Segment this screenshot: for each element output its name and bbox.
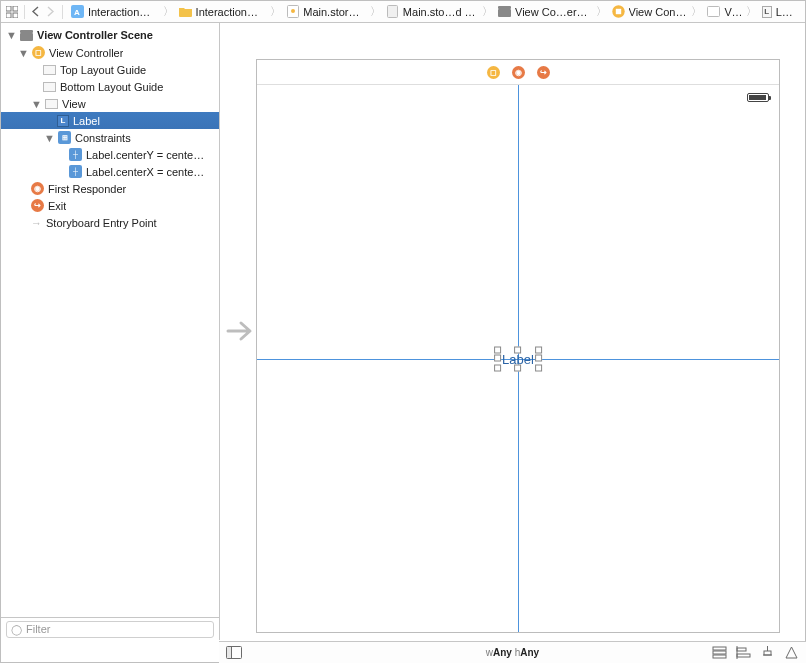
outline-item-label: View [62,98,86,110]
outline-item-label: First Responder [48,183,126,195]
svg-rect-2 [6,13,11,18]
battery-icon [747,93,769,102]
view-icon [45,99,58,109]
view-body[interactable]: Label [257,85,779,632]
svg-rect-17 [227,647,232,659]
outline-exit[interactable]: ↪ Exit [1,197,219,214]
disclosure-triangle-icon[interactable]: ▼ [32,99,41,108]
disclosure-triangle-icon[interactable]: ▼ [19,48,28,57]
outline-entry-point[interactable]: → Storyboard Entry Point [1,214,219,231]
divider [62,5,63,19]
viewcontroller-dock-icon[interactable]: ◻ [487,66,500,79]
resize-handle[interactable] [535,355,542,362]
forward-button[interactable] [43,3,58,21]
scene-dock[interactable]: ◻ ◉ ↪ [257,60,779,85]
chevron-icon: 〉 [595,4,608,19]
outline-item-label: Exit [48,200,66,212]
resize-handle[interactable] [514,346,521,353]
layout-guide-icon [43,82,56,92]
project-icon: A [71,5,84,18]
document-outline: ▼ View Controller Scene ▼ ◻ View Control… [1,23,220,640]
layout-guide-icon [43,65,56,75]
filter-placeholder: Filter [26,623,50,635]
crumb-file[interactable]: Main.sto…d (Base) [382,3,481,21]
size-class-indicator[interactable]: wAny hAny [486,647,539,658]
outline-item-label: View Controller [49,47,123,59]
storyboard-canvas[interactable]: ◻ ◉ ↪ Label [220,23,805,640]
view-icon [707,5,720,18]
resize-handle[interactable] [494,364,501,371]
label-icon: L [762,6,772,18]
crumb-label: Main.storyboard [303,6,365,18]
back-button[interactable] [29,3,44,21]
resize-handle[interactable] [494,355,501,362]
view-controller-frame[interactable]: ◻ ◉ ↪ Label [256,59,780,633]
divider [24,5,25,19]
viewcontroller-icon: ◻ [32,46,45,59]
crumb-label[interactable]: L Label [758,3,801,21]
resize-handle[interactable] [514,364,521,371]
related-items-icon[interactable] [5,3,20,21]
outline-bottom-guide[interactable]: Bottom Layout Guide [1,78,219,95]
outline-view[interactable]: ▼ View [1,95,219,112]
align-icon[interactable] [734,645,752,661]
outline-item-label: Constraints [75,132,131,144]
chevron-icon: 〉 [162,4,175,19]
outline-constraint-1[interactable]: ┼ Label.centerY = cente… [1,146,219,163]
svg-rect-22 [737,648,746,651]
filter-input[interactable]: ◯ Filter [6,621,214,638]
svg-rect-14 [20,33,33,41]
stack-icon[interactable] [710,645,728,661]
crumb-view[interactable]: View [703,3,744,21]
resize-handle[interactable] [494,346,501,353]
outline-constraint-2[interactable]: ┼ Label.centerX = cente… [1,163,219,180]
outline-constraints[interactable]: ▼ ⊞ Constraints [1,129,219,146]
svg-rect-23 [737,654,750,657]
pin-icon[interactable] [758,645,776,661]
disclosure-triangle-icon[interactable]: ▼ [45,133,54,142]
crumb-label: Main.sto…d (Base) [403,6,477,18]
svg-rect-9 [498,9,511,17]
crumb-folder[interactable]: InteractionSample [175,3,270,21]
crumb-project[interactable]: A InteractionSample [67,3,162,21]
svg-rect-13 [708,7,720,17]
storyboard-icon [286,5,299,18]
svg-rect-20 [713,647,726,650]
svg-rect-19 [713,651,726,654]
outline-label[interactable]: L Label [1,112,219,129]
toggle-outline-icon[interactable] [225,645,243,661]
outline-scene-header[interactable]: ▼ View Controller Scene [1,26,219,44]
disclosure-triangle-icon[interactable]: ▼ [7,31,16,40]
svg-rect-15 [20,30,33,33]
outline-first-responder[interactable]: ◉ First Responder [1,180,219,197]
crumb-viewcontroller[interactable]: View Controller [608,3,691,21]
selected-label-element[interactable]: Label [498,350,538,367]
crumb-label-text: Label [776,6,797,18]
constraints-icon: ⊞ [58,131,71,144]
resize-handle[interactable] [535,346,542,353]
storyboard-entry-arrow[interactable] [226,317,256,347]
crumb-storyboard[interactable]: Main.storyboard [282,3,369,21]
svg-rect-10 [498,6,511,9]
crumb-label: InteractionSample [196,6,266,18]
first-responder-icon: ◉ [31,182,44,195]
filter-icon: ◯ [11,624,22,635]
svg-rect-0 [6,6,11,11]
first-responder-dock-icon[interactable]: ◉ [512,66,525,79]
outline-viewcontroller[interactable]: ▼ ◻ View Controller [1,44,219,61]
crumb-scene[interactable]: View Co…er Scene [494,3,595,21]
chevron-icon: 〉 [690,4,703,19]
outline-item-label: Label.centerX = cente… [86,166,204,178]
constraint-icon: ┼ [69,165,82,178]
resolve-issues-icon[interactable] [782,645,800,661]
outline-item-label: Top Layout Guide [60,64,146,76]
resize-handle[interactable] [535,364,542,371]
outline-top-guide[interactable]: Top Layout Guide [1,61,219,78]
exit-dock-icon[interactable]: ↪ [537,66,550,79]
outline-header-label: View Controller Scene [37,29,153,41]
scene-icon [498,5,511,18]
chevron-icon: 〉 [269,4,282,19]
size-h: Any [520,647,539,658]
chevron-icon: 〉 [745,4,758,19]
svg-rect-26 [764,651,771,655]
